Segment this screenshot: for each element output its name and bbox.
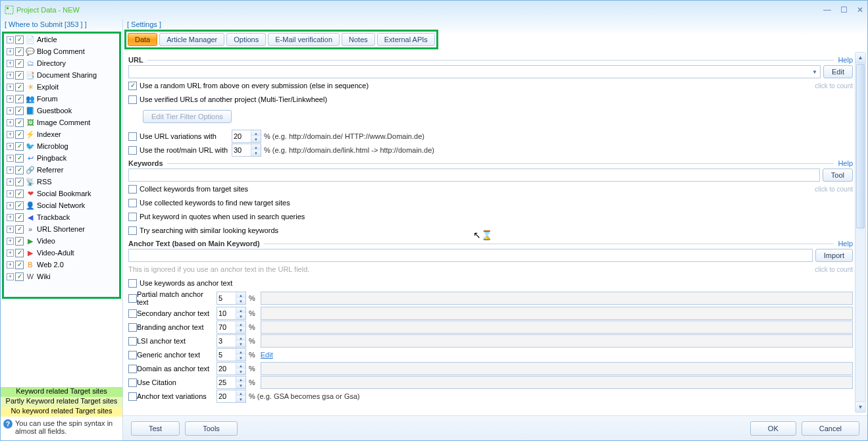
anchor-help-link[interactable]: Help — [838, 240, 853, 247]
tree-node-blog-comment[interactable]: +💬Blog Comment — [4, 45, 119, 57]
tree-node-social-bookmark[interactable]: +❤Social Bookmark — [4, 188, 119, 199]
anchor-click-to-count[interactable]: click to count — [815, 266, 853, 273]
tree-node-indexer[interactable]: +⚡Indexer — [4, 128, 119, 140]
anchor-value-input[interactable] — [261, 307, 853, 320]
tree-node-rss[interactable]: +📡RSS — [4, 176, 119, 188]
tools-button[interactable]: Tools — [185, 421, 238, 436]
scroll-up-button[interactable]: ▲ — [855, 53, 865, 63]
tree-checkbox[interactable] — [15, 166, 24, 174]
expand-icon[interactable]: + — [7, 178, 14, 186]
anchor-checkbox[interactable] — [128, 378, 137, 387]
root-url-checkbox[interactable] — [128, 146, 137, 155]
expand-icon[interactable]: + — [7, 60, 14, 67]
tree-node-exploit[interactable]: +✳Exploit — [4, 81, 119, 93]
tab-external-apis[interactable]: External APIs — [377, 33, 435, 46]
tree-node-document-sharing[interactable]: +📑Document Sharing — [4, 69, 119, 81]
similar-kw-checkbox[interactable] — [128, 226, 137, 235]
expand-icon[interactable]: + — [7, 167, 14, 174]
anchor-value-input[interactable] — [261, 362, 853, 375]
anchor-checkbox[interactable] — [128, 392, 137, 401]
tree-node-referrer[interactable]: +🔗Referrer — [4, 164, 119, 176]
close-button[interactable]: ✕ — [857, 5, 863, 14]
expand-icon[interactable]: + — [7, 143, 14, 150]
tree-node-video[interactable]: +▶Video — [4, 235, 119, 247]
verified-url-checkbox[interactable] — [128, 95, 137, 104]
random-url-checkbox[interactable] — [128, 82, 137, 90]
tree-checkbox[interactable] — [15, 213, 24, 222]
tree-checkbox[interactable] — [15, 178, 24, 186]
tree-checkbox[interactable] — [15, 237, 24, 246]
anchor-spinner[interactable]: ▲▼ — [217, 321, 246, 334]
anchor-checkbox[interactable] — [128, 309, 137, 318]
tree-checkbox[interactable] — [15, 71, 24, 80]
tree-checkbox[interactable] — [15, 83, 24, 91]
anchor-value-input[interactable] — [261, 376, 853, 389]
anchor-value-input[interactable] — [261, 334, 853, 348]
tree-node-trackback[interactable]: +◀Trackback — [4, 211, 119, 223]
tree-node-url-shortener[interactable]: +»URL Shortener — [4, 223, 119, 235]
tree-checkbox[interactable] — [15, 142, 24, 151]
tab-data[interactable]: Data — [128, 33, 157, 46]
anchor-spinner[interactable]: ▲▼ — [217, 362, 246, 375]
expand-icon[interactable]: + — [7, 95, 14, 103]
tab-e-mail-verification[interactable]: E-Mail verification — [268, 33, 340, 46]
tree-node-article[interactable]: +📄Article — [4, 34, 119, 45]
expand-icon[interactable]: + — [7, 190, 14, 197]
url-edit-button[interactable]: Edit — [823, 65, 853, 78]
tree-checkbox[interactable] — [15, 249, 24, 257]
tree-checkbox[interactable] — [15, 154, 24, 163]
tree-checkbox[interactable] — [15, 107, 24, 115]
use-collected-kw-checkbox[interactable] — [128, 199, 137, 207]
root-url-spinner[interactable]: ▲▼ — [232, 143, 261, 157]
tree-checkbox[interactable] — [15, 36, 24, 44]
tree-checkbox[interactable] — [15, 190, 24, 198]
collect-kw-checkbox[interactable] — [128, 185, 137, 194]
tree-node-video-adult[interactable]: +▶Video-Adult — [4, 247, 119, 259]
tree-node-guestbook[interactable]: +📘Guestbook — [4, 105, 119, 117]
anchor-import-button[interactable]: Import — [815, 249, 853, 262]
tier-filter-button[interactable]: Edit Tier Filter Options — [143, 110, 232, 123]
scroll-down-button[interactable]: ▼ — [855, 402, 865, 412]
url-combobox[interactable]: ▼ — [128, 65, 821, 78]
url-help-link[interactable]: Help — [838, 56, 853, 64]
submit-tree[interactable]: +📄Article+💬Blog Comment+🗂Directory+📑Docu… — [4, 34, 119, 297]
tree-checkbox[interactable] — [15, 130, 24, 139]
tab-options[interactable]: Options — [226, 33, 266, 46]
expand-icon[interactable]: + — [7, 119, 14, 126]
expand-icon[interactable]: + — [7, 72, 14, 79]
url-click-to-count[interactable]: click to count — [815, 82, 853, 90]
anchor-spinner[interactable]: ▲▼ — [217, 292, 246, 305]
anchor-input[interactable] — [128, 249, 813, 262]
scrollbar[interactable]: ▲ ▼ — [855, 52, 866, 413]
tree-node-pingback[interactable]: +↩Pingback — [4, 152, 119, 164]
tree-checkbox[interactable] — [15, 59, 24, 68]
minimize-button[interactable]: — — [823, 5, 831, 14]
tree-checkbox[interactable] — [15, 261, 24, 269]
tree-checkbox[interactable] — [15, 47, 24, 56]
anchor-value-input[interactable] — [261, 292, 853, 305]
expand-icon[interactable]: + — [7, 131, 14, 138]
anchor-checkbox[interactable] — [128, 351, 137, 359]
anchor-spinner[interactable]: ▲▼ — [217, 390, 246, 403]
url-variations-checkbox[interactable] — [128, 132, 137, 141]
quote-kw-checkbox[interactable] — [128, 213, 137, 221]
test-button[interactable]: Test — [131, 421, 180, 436]
expand-icon[interactable]: + — [7, 48, 14, 55]
anchor-checkbox[interactable] — [128, 323, 137, 332]
keywords-tool-button[interactable]: Tool — [823, 169, 853, 182]
keywords-help-link[interactable]: Help — [838, 159, 853, 167]
expand-icon[interactable]: + — [7, 249, 14, 257]
use-kw-anchor-checkbox[interactable] — [128, 279, 137, 288]
tree-node-social-network[interactable]: +👤Social Network — [4, 199, 119, 211]
anchor-spinner[interactable]: ▲▼ — [217, 376, 246, 389]
expand-icon[interactable]: + — [7, 214, 14, 221]
tree-checkbox[interactable] — [15, 95, 24, 103]
cancel-button[interactable]: Cancel — [802, 421, 859, 436]
url-variations-spinner[interactable]: ▲▼ — [232, 130, 261, 143]
expand-icon[interactable]: + — [7, 155, 14, 162]
expand-icon[interactable]: + — [7, 273, 14, 280]
tab-notes[interactable]: Notes — [342, 33, 375, 46]
tree-node-forum[interactable]: +👥Forum — [4, 93, 119, 105]
expand-icon[interactable]: + — [7, 226, 14, 233]
expand-icon[interactable]: + — [7, 107, 14, 115]
